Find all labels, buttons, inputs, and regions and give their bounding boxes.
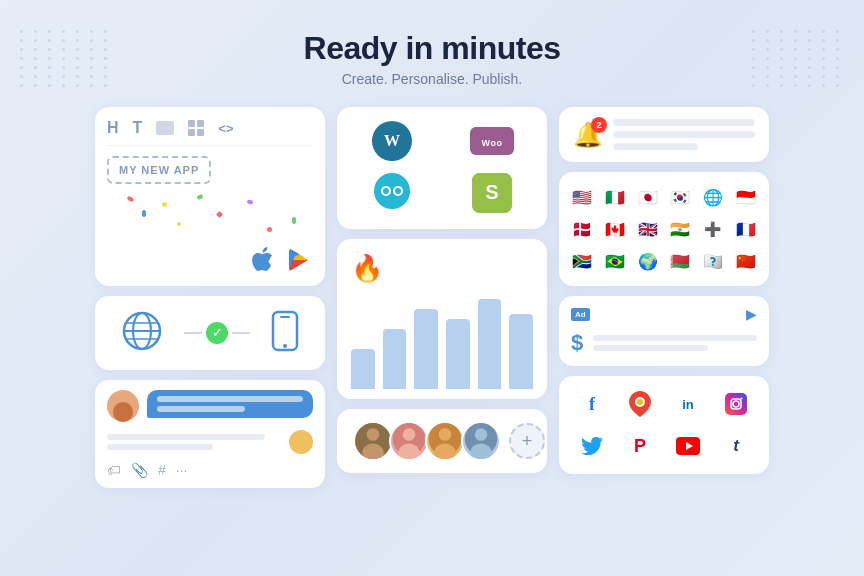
team-avatar-4 <box>461 421 501 461</box>
svg-point-20 <box>383 188 389 194</box>
chat-reply-lines <box>107 434 283 450</box>
notif-line-3 <box>613 143 698 150</box>
svg-rect-38 <box>725 393 747 415</box>
toolbar-h[interactable]: H <box>107 119 119 137</box>
ad-content: $ <box>571 330 757 356</box>
ad-line-2 <box>593 345 708 351</box>
toolbar-grid-icon[interactable] <box>188 120 204 136</box>
ad-lines <box>593 335 757 351</box>
toolbar-code-icon[interactable]: <> <box>218 121 233 136</box>
ad-badge: Ad <box>571 308 590 321</box>
right-column: 🔔 2 🇺🇸 🇮🇹 🇯🇵 🇰🇷 🌐 🇮🇩 🇩🇰 🇨🇦 🇬🇧 <box>559 107 769 488</box>
flag-us[interactable]: 🇺🇸 <box>569 184 595 210</box>
svg-point-28 <box>403 428 416 441</box>
flags-card: 🇺🇸 🇮🇹 🇯🇵 🇰🇷 🌐 🇮🇩 🇩🇰 🇨🇦 🇬🇧 🇮🇳 ➕ 🇫🇷 🇿🇦 🇧🇷 … <box>559 172 769 286</box>
chat-line-1 <box>157 396 303 402</box>
dots-decoration-right: for(let i=0;i<49;i++) document.currentSc… <box>752 30 844 87</box>
youtube-icon[interactable] <box>672 430 704 462</box>
team-avatar-2 <box>389 421 429 461</box>
tumblr-icon[interactable]: t <box>720 430 752 462</box>
dots-decoration-left: for(let i=0;i<49;i++) document.currentSc… <box>20 30 112 87</box>
ad-line-1 <box>593 335 757 341</box>
add-member-button[interactable]: + <box>509 423 545 459</box>
svg-point-34 <box>475 428 488 441</box>
flag-it[interactable]: 🇮🇹 <box>602 184 628 210</box>
opencart-logo[interactable] <box>372 171 412 215</box>
attachment-icon[interactable]: 📎 <box>131 462 148 478</box>
svg-point-21 <box>395 188 401 194</box>
instagram-icon[interactable] <box>720 388 752 420</box>
flag-global[interactable]: 🌐 <box>700 184 726 210</box>
middle-column: W Woo <box>337 107 547 488</box>
firebase-icon: 🔥 <box>351 253 383 284</box>
pinterest-icon[interactable]: P <box>624 430 656 462</box>
hashtag-icon[interactable]: # <box>158 462 166 478</box>
flag-id[interactable]: 🇮🇩 <box>733 184 759 210</box>
flag-world[interactable]: 🌍 <box>635 248 661 274</box>
svg-point-25 <box>367 428 380 441</box>
svg-point-17 <box>374 173 410 209</box>
flag-es[interactable]: 🏴󠁥󠁳󠁣󠁴󠁿 <box>700 248 726 274</box>
flag-jp[interactable]: 🇯🇵 <box>635 184 661 210</box>
more-icon[interactable]: ··· <box>176 462 188 478</box>
notification-badge: 2 <box>591 117 607 133</box>
flag-fr[interactable]: 🇫🇷 <box>733 216 759 242</box>
bar-1 <box>351 349 375 389</box>
flag-by[interactable]: 🇧🇾 <box>667 248 693 274</box>
store-icons <box>107 246 313 274</box>
notification-bell: 🔔 2 <box>573 121 603 149</box>
notif-line-1 <box>613 119 755 126</box>
shopify-logo[interactable]: S <box>472 173 512 213</box>
toolbar-image-icon[interactable] <box>156 121 174 135</box>
svg-point-12 <box>283 344 287 348</box>
chart-bars <box>351 299 533 389</box>
bar-2 <box>383 329 407 389</box>
facebook-icon[interactable]: f <box>576 388 608 420</box>
flags-grid: 🇺🇸 🇮🇹 🇯🇵 🇰🇷 🌐 🇮🇩 🇩🇰 🇨🇦 🇬🇧 🇮🇳 ➕ 🇫🇷 🇿🇦 🇧🇷 … <box>569 184 759 274</box>
woocommerce-logo[interactable]: Woo <box>470 127 514 155</box>
flag-dk[interactable]: 🇩🇰 <box>569 216 595 242</box>
notification-content <box>613 119 755 150</box>
editor-card: H T <> MY NEW APP <box>95 107 325 286</box>
google-maps-icon[interactable] <box>624 388 656 420</box>
linkedin-icon[interactable]: in <box>672 388 704 420</box>
connection-line: ✓ <box>184 322 250 344</box>
ad-card: Ad ▶ $ <box>559 296 769 366</box>
dollar-icon: $ <box>571 330 583 356</box>
chart-card: 🔥 <box>337 239 547 399</box>
flag-za[interactable]: 🇿🇦 <box>569 248 595 274</box>
tag-icon[interactable]: 🏷 <box>107 462 121 478</box>
apple-store-icon[interactable] <box>249 246 277 274</box>
bar-4 <box>446 319 470 389</box>
team-avatar-1 <box>353 421 393 461</box>
page-header: Ready in minutes Create. Personalise. Pu… <box>0 0 864 87</box>
confetti-area <box>107 192 313 242</box>
chat-reply-avatar <box>289 430 313 454</box>
flag-in[interactable]: 🇮🇳 <box>667 216 693 242</box>
notification-card: 🔔 2 <box>559 107 769 162</box>
flag-cn[interactable]: 🇨🇳 <box>733 248 759 274</box>
team-avatar-3 <box>425 421 465 461</box>
editor-toolbar: H T <> <box>107 119 313 146</box>
flag-gb[interactable]: 🇬🇧 <box>635 216 661 242</box>
flag-br[interactable]: 🇧🇷 <box>602 248 628 274</box>
bar-6 <box>509 314 533 389</box>
social-icons-grid: f in <box>573 388 755 462</box>
flag-kr[interactable]: 🇰🇷 <box>667 184 693 210</box>
toolbar-t[interactable]: T <box>133 119 143 137</box>
social-card: f in <box>559 376 769 474</box>
phone-icon <box>271 310 299 356</box>
wordpress-logo[interactable]: W <box>372 121 412 161</box>
bar-5 <box>478 299 502 389</box>
notif-line-2 <box>613 131 755 138</box>
flag-add[interactable]: ➕ <box>700 216 726 242</box>
bar-3 <box>414 309 438 389</box>
google-play-icon[interactable] <box>285 246 313 274</box>
twitter-icon[interactable] <box>576 430 608 462</box>
ad-play-icon[interactable]: ▶ <box>746 306 757 322</box>
team-card: + <box>337 409 547 473</box>
bar-chart <box>351 294 533 389</box>
svg-text:Woo: Woo <box>482 138 503 148</box>
cards-grid: H T <> MY NEW APP <box>0 107 864 488</box>
flag-ca[interactable]: 🇨🇦 <box>602 216 628 242</box>
